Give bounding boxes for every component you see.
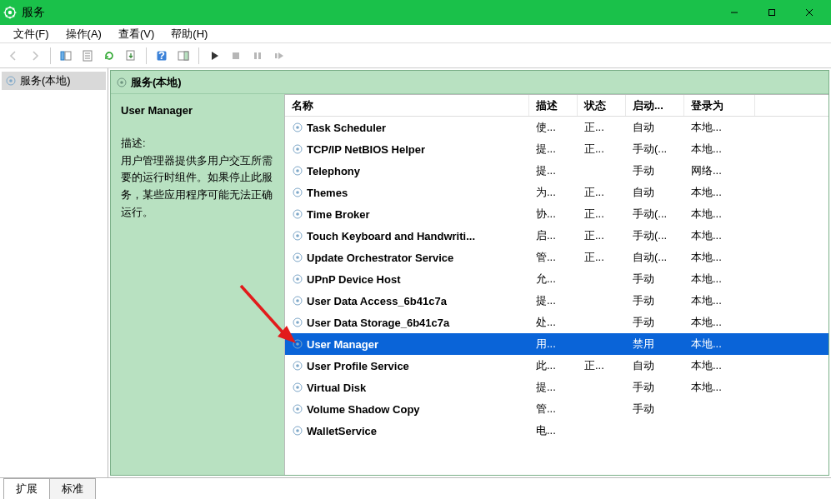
pause-service-button[interactable] — [248, 46, 268, 66]
cell-logon: 本地... — [684, 207, 755, 222]
action-pane-button[interactable] — [173, 46, 193, 66]
list-row[interactable]: Task Scheduler使...正...自动本地... — [285, 117, 828, 138]
close-button[interactable] — [790, 0, 828, 25]
cell-status: 正... — [578, 358, 626, 373]
tree-item-services-local[interactable]: 服务(本地) — [2, 72, 106, 90]
cell-name: Virtual Disk — [285, 382, 529, 394]
gear-icon — [292, 338, 303, 350]
svg-point-1 — [8, 11, 12, 14]
svg-rect-28 — [275, 53, 278, 58]
cell-status: 正... — [578, 185, 626, 200]
list-row[interactable]: Virtual Disk提...手动本地... — [285, 377, 828, 398]
cell-status: 正... — [578, 207, 626, 222]
cell-startup: 手动(... — [626, 228, 684, 243]
cell-logon: 本地... — [684, 228, 755, 243]
svg-point-38 — [296, 147, 299, 151]
list-row[interactable]: WalletService电... — [285, 420, 828, 442]
separator — [198, 47, 199, 64]
column-status[interactable]: 状态 — [578, 95, 626, 116]
tab-strip: 扩展 标准 — [0, 477, 831, 499]
cell-logon: 本地... — [684, 120, 755, 135]
cell-startup: 手动 — [626, 163, 684, 178]
list-row[interactable]: User Data Storage_6b41c7a处...手动本地... — [285, 312, 828, 333]
minimize-button[interactable] — [715, 0, 753, 25]
menu-action[interactable]: 操作(A) — [58, 25, 110, 43]
list-row[interactable]: Update Orchestrator Service管...正...自动(..… — [285, 247, 828, 268]
panel-header: 服务(本地) — [111, 71, 828, 94]
tab-extended[interactable]: 扩展 — [3, 478, 50, 499]
cell-startup: 手动 — [626, 380, 684, 395]
menu-help[interactable]: 帮助(H) — [163, 25, 216, 43]
list-row[interactable]: Volume Shadow Copy管...手动 — [285, 398, 828, 420]
maximize-button[interactable] — [753, 0, 790, 25]
menu-file[interactable]: 文件(F) — [5, 25, 58, 43]
gear-icon — [292, 360, 303, 372]
list-row[interactable]: Touch Keyboard and Handwriti...启...正...手… — [285, 225, 828, 247]
column-startup[interactable]: 启动... — [626, 95, 684, 116]
show-hide-tree-button[interactable] — [56, 46, 76, 66]
cell-logon: 本地... — [684, 315, 755, 330]
tree-item-label: 服务(本地) — [20, 73, 71, 88]
back-button[interactable] — [3, 46, 23, 66]
cell-logon: 网络... — [684, 163, 755, 178]
cell-startup: 手动 — [626, 272, 684, 287]
window-title: 服务 — [22, 5, 715, 20]
cell-startup: 自动(... — [626, 250, 684, 265]
cell-desc: 允... — [529, 272, 578, 287]
cell-name: Task Scheduler — [285, 122, 529, 134]
svg-point-32 — [120, 81, 123, 84]
properties-button[interactable] — [78, 46, 98, 66]
help-button[interactable]: ? — [152, 46, 172, 66]
cell-status: 正... — [578, 142, 626, 157]
start-service-button[interactable] — [204, 46, 224, 66]
cell-startup: 手动(... — [626, 207, 684, 222]
detail-selected-name: User Manager — [121, 102, 274, 120]
cell-name: User Profile Service — [285, 360, 529, 372]
list-row[interactable]: Themes为...正...自动本地... — [285, 182, 828, 203]
column-description[interactable]: 描述 — [529, 95, 578, 116]
list-row[interactable]: User Data Access_6b41c7a提...手动本地... — [285, 290, 828, 312]
svg-point-48 — [296, 256, 299, 259]
panel-heading-text: 服务(本地) — [131, 75, 182, 90]
svg-text:?: ? — [158, 49, 165, 62]
column-logon[interactable]: 登录为 — [684, 95, 755, 116]
export-button[interactable] — [121, 46, 141, 66]
list-row[interactable]: Telephony提...手动网络... — [285, 160, 828, 182]
services-list: 名称 描述 状态 启动... 登录为 Task Scheduler使...正..… — [284, 94, 828, 475]
detail-pane: User Manager 描述: 用户管理器提供多用户交互所需要的运行时组件。如… — [111, 94, 284, 475]
gear-icon — [292, 165, 303, 177]
cell-desc: 此... — [529, 358, 578, 373]
list-header: 名称 描述 状态 启动... 登录为 — [285, 95, 828, 117]
cell-status: 正... — [578, 250, 626, 265]
list-row[interactable]: Time Broker协...正...手动(...本地... — [285, 203, 828, 225]
svg-point-36 — [296, 126, 299, 129]
menu-view[interactable]: 查看(V) — [110, 25, 163, 43]
detail-desc-text: 用户管理器提供多用户交互所需要的运行时组件。如果停止此服务，某些应用程序可能无法… — [121, 152, 274, 222]
cell-name: Touch Keyboard and Handwriti... — [285, 230, 529, 242]
cell-desc: 提... — [529, 142, 578, 157]
list-row[interactable]: User Profile Service此...正...自动本地... — [285, 355, 828, 377]
tab-standard[interactable]: 标准 — [49, 478, 96, 499]
stop-service-button[interactable] — [226, 46, 246, 66]
cell-name: User Data Access_6b41c7a — [285, 295, 529, 307]
list-row[interactable]: UPnP Device Host允...手动本地... — [285, 268, 828, 290]
restart-service-button[interactable] — [269, 46, 289, 66]
cell-desc: 管... — [529, 402, 578, 417]
gear-icon — [5, 75, 17, 87]
forward-button[interactable] — [25, 46, 45, 66]
list-row[interactable]: TCP/IP NetBIOS Helper提...正...手动(...本地... — [285, 138, 828, 160]
cell-logon: 本地... — [684, 272, 755, 287]
list-row[interactable]: User Manager用...禁用本地... — [285, 333, 828, 355]
svg-point-60 — [296, 386, 299, 389]
cell-desc: 提... — [529, 163, 578, 178]
menubar: 文件(F) 操作(A) 查看(V) 帮助(H) — [0, 25, 831, 43]
separator — [50, 47, 51, 64]
separator — [146, 47, 147, 64]
column-name[interactable]: 名称 — [285, 95, 529, 116]
right-pane: 服务(本地) User Manager 描述: 用户管理器提供多用户交互所需要的… — [110, 70, 829, 476]
cell-startup: 禁用 — [626, 337, 684, 352]
refresh-button[interactable] — [99, 46, 119, 66]
svg-point-62 — [296, 407, 299, 411]
cell-startup: 手动 — [626, 293, 684, 308]
svg-point-44 — [296, 212, 299, 216]
